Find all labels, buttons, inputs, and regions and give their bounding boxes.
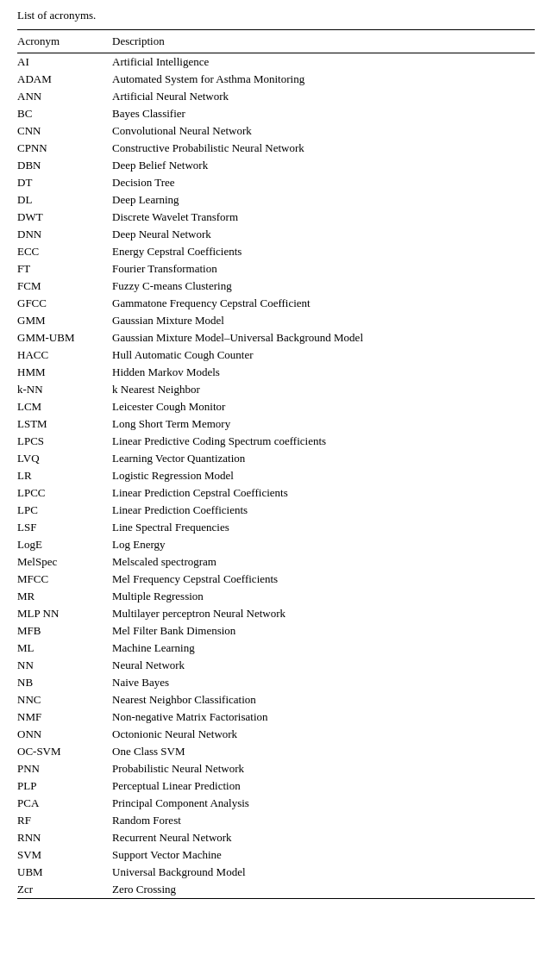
description-cell: Mel Frequency Cepstral Coefficients — [112, 571, 535, 588]
acronym-cell: FCM — [17, 278, 112, 295]
acronym-cell: DT — [17, 174, 112, 191]
description-cell: Convolutional Neural Network — [112, 122, 535, 140]
acronym-cell: LVQ — [17, 450, 112, 467]
acronym-cell: LPCC — [17, 484, 112, 502]
description-cell: Linear Prediction Cepstral Coefficients — [112, 484, 535, 502]
acronym-cell: RF — [17, 812, 112, 829]
table-row: SVMSupport Vector Machine — [17, 846, 535, 864]
acronym-cell: NNC — [17, 691, 112, 708]
description-cell: Recurrent Neural Network — [112, 829, 535, 846]
description-cell: Decision Tree — [112, 174, 535, 191]
acronym-cell: ANN — [17, 88, 112, 105]
description-cell: Principal Component Analysis — [112, 795, 535, 812]
acronym-cell: BC — [17, 105, 112, 122]
table-row: ADAMAutomated System for Asthma Monitori… — [17, 71, 535, 88]
description-cell: Gammatone Frequency Cepstral Coefficient — [112, 295, 535, 312]
acronym-cell: MLP NN — [17, 605, 112, 622]
acronym-cell: AI — [17, 53, 112, 72]
description-cell: Probabilistic Neural Network — [112, 760, 535, 777]
acronym-cell: SVM — [17, 846, 112, 864]
acronym-cell: ADAM — [17, 71, 112, 88]
acronym-cell: GMM-UBM — [17, 329, 112, 346]
description-cell: Naive Bayes — [112, 674, 535, 691]
description-cell: Hidden Markov Models — [112, 364, 535, 381]
table-row: LSFLine Spectral Frequencies — [17, 519, 535, 536]
description-cell: Leicester Cough Monitor — [112, 398, 535, 415]
table-row: ZcrZero Crossing — [17, 881, 535, 899]
table-row: LSTMLong Short Term Memory — [17, 415, 535, 433]
acronym-cell: PLP — [17, 777, 112, 795]
table-row: GMM-UBMGaussian Mixture Model–Universal … — [17, 329, 535, 346]
table-row: OC-SVMOne Class SVM — [17, 743, 535, 760]
acronym-cell: LPCS — [17, 433, 112, 450]
description-cell: Machine Learning — [112, 640, 535, 657]
table-row: MFCCMel Frequency Cepstral Coefficients — [17, 571, 535, 588]
description-cell: Line Spectral Frequencies — [112, 519, 535, 536]
acronym-cell: MelSpec — [17, 553, 112, 571]
description-cell: One Class SVM — [112, 743, 535, 760]
acronym-cell: MFCC — [17, 571, 112, 588]
description-cell: Discrete Wavelet Transform — [112, 209, 535, 226]
table-row: GMMGaussian Mixture Model — [17, 312, 535, 329]
table-row: MelSpecMelscaled spectrogram — [17, 553, 535, 571]
table-row: DWTDiscrete Wavelet Transform — [17, 209, 535, 226]
description-cell: Artificial Intelligence — [112, 53, 535, 72]
table-row: PLPPerceptual Linear Prediction — [17, 777, 535, 795]
table-row: LPCLinear Prediction Coefficients — [17, 502, 535, 519]
acronym-cell: MR — [17, 588, 112, 605]
acronym-cell: DL — [17, 191, 112, 209]
description-cell: Deep Belief Network — [112, 157, 535, 174]
table-row: FCMFuzzy C-means Clustering — [17, 278, 535, 295]
acronym-cell: LCM — [17, 398, 112, 415]
table-row: HMMHidden Markov Models — [17, 364, 535, 381]
table-row: NNNeural Network — [17, 657, 535, 674]
acronym-cell: LogE — [17, 536, 112, 553]
acronym-cell: DBN — [17, 157, 112, 174]
acronym-cell: Zcr — [17, 881, 112, 899]
table-row: MLMachine Learning — [17, 640, 535, 657]
description-cell: Support Vector Machine — [112, 846, 535, 864]
description-cell: Fourier Transformation — [112, 260, 535, 278]
acronym-cell: DNN — [17, 226, 112, 243]
table-row: ANNArtificial Neural Network — [17, 88, 535, 105]
acronym-cell: k-NN — [17, 381, 112, 398]
acronyms-table: Acronym Description AIArtificial Intelli… — [17, 29, 535, 899]
description-cell: Fuzzy C-means Clustering — [112, 278, 535, 295]
table-row: MLP NNMultilayer perceptron Neural Netwo… — [17, 605, 535, 622]
description-cell: Constructive Probabilistic Neural Networ… — [112, 140, 535, 157]
column-header-acronym: Acronym — [17, 30, 112, 53]
acronym-cell: NN — [17, 657, 112, 674]
description-cell: Hull Automatic Cough Counter — [112, 346, 535, 364]
table-row: PNNProbabilistic Neural Network — [17, 760, 535, 777]
acronym-cell: HACC — [17, 346, 112, 364]
acronym-cell: MFB — [17, 622, 112, 640]
description-cell: Random Forest — [112, 812, 535, 829]
description-cell: Automated System for Asthma Monitoring — [112, 71, 535, 88]
table-row: RFRandom Forest — [17, 812, 535, 829]
description-cell: Deep Learning — [112, 191, 535, 209]
acronym-cell: LSF — [17, 519, 112, 536]
acronym-cell: LSTM — [17, 415, 112, 433]
description-cell: Deep Neural Network — [112, 226, 535, 243]
description-cell: Neural Network — [112, 657, 535, 674]
table-row: GFCCGammatone Frequency Cepstral Coeffic… — [17, 295, 535, 312]
table-row: DTDecision Tree — [17, 174, 535, 191]
acronym-cell: GMM — [17, 312, 112, 329]
acronym-cell: HMM — [17, 364, 112, 381]
description-cell: Multilayer perceptron Neural Network — [112, 605, 535, 622]
table-row: k-NNk Nearest Neighbor — [17, 381, 535, 398]
description-cell: Learning Vector Quantization — [112, 450, 535, 467]
table-row: MFBMel Filter Bank Dimension — [17, 622, 535, 640]
description-cell: k Nearest Neighbor — [112, 381, 535, 398]
description-cell: Melscaled spectrogram — [112, 553, 535, 571]
table-row: LPCSLinear Predictive Coding Spectrum co… — [17, 433, 535, 450]
description-cell: Gaussian Mixture Model–Universal Backgro… — [112, 329, 535, 346]
table-header-row: Acronym Description — [17, 30, 535, 53]
description-cell: Linear Predictive Coding Spectrum coeffi… — [112, 433, 535, 450]
table-row: LPCCLinear Prediction Cepstral Coefficie… — [17, 484, 535, 502]
description-cell: Logistic Regression Model — [112, 467, 535, 484]
table-row: PCAPrincipal Component Analysis — [17, 795, 535, 812]
page-title: List of acronyms. — [17, 9, 535, 22]
description-cell: Bayes Classifier — [112, 105, 535, 122]
table-row: LogELog Energy — [17, 536, 535, 553]
